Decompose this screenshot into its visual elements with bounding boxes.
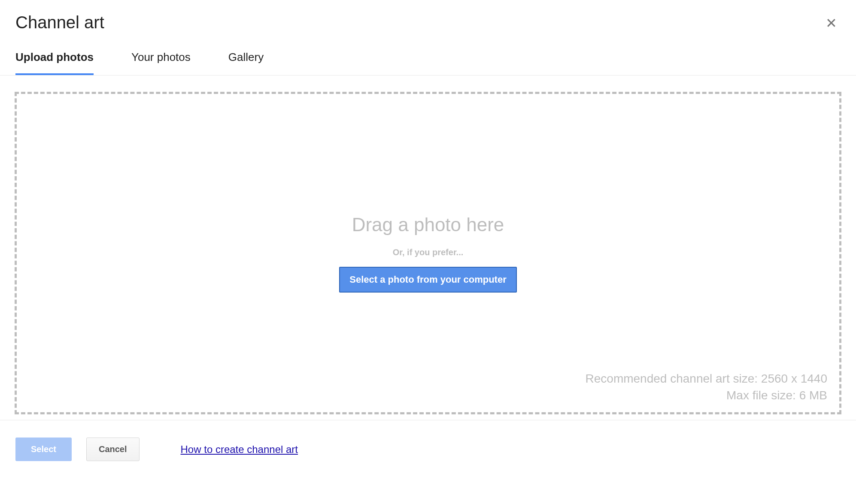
tab-your-photos[interactable]: Your photos [131, 51, 191, 75]
tab-upload-photos[interactable]: Upload photos [15, 51, 94, 75]
select-file-button[interactable]: Select a photo from your computer [339, 267, 517, 293]
or-prompt: Or, if you prefer... [393, 247, 464, 257]
select-button[interactable]: Select [15, 438, 72, 461]
cancel-button[interactable]: Cancel [86, 438, 140, 461]
recommended-size-text: Recommended channel art size: 2560 x 144… [586, 370, 827, 387]
drag-prompt: Drag a photo here [352, 214, 504, 235]
dialog-footer: Select Cancel How to create channel art [0, 420, 856, 461]
dialog-title: Channel art [15, 13, 104, 32]
dialog-header: Channel art ✕ [0, 0, 856, 33]
close-icon[interactable]: ✕ [822, 13, 841, 33]
max-file-size-text: Max file size: 6 MB [586, 387, 827, 404]
content-area: Drag a photo here Or, if you prefer... S… [0, 75, 856, 414]
help-link[interactable]: How to create channel art [181, 444, 298, 456]
dropzone[interactable]: Drag a photo here Or, if you prefer... S… [15, 92, 841, 414]
tab-gallery[interactable]: Gallery [228, 51, 264, 75]
tabs-bar: Upload photos Your photos Gallery [0, 33, 856, 75]
size-info: Recommended channel art size: 2560 x 144… [586, 370, 827, 404]
